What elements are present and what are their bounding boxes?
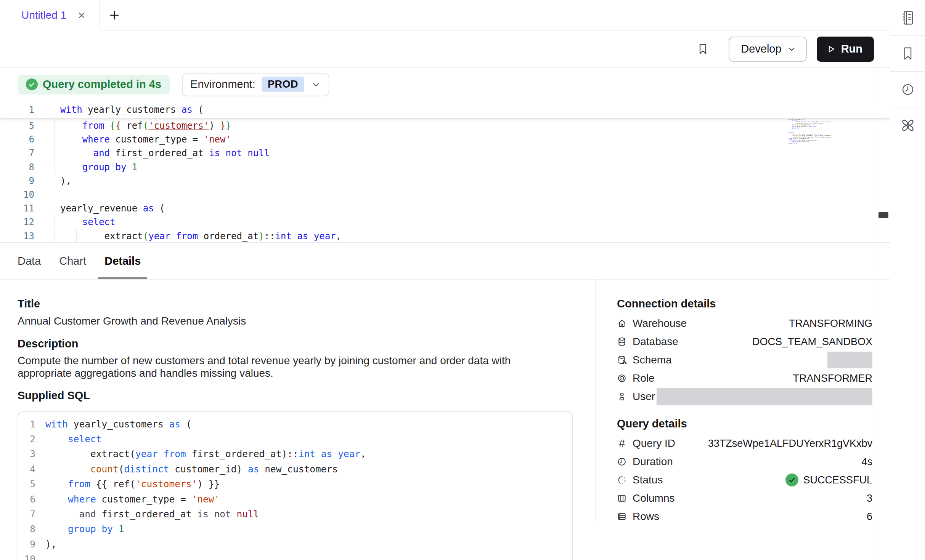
code-text: where customer_type = 'new' — [35, 494, 220, 505]
sidebar-item-history[interactable] — [890, 72, 925, 107]
sidebar-item-bookmark[interactable] — [890, 36, 925, 72]
line-number: 12 — [0, 217, 34, 227]
description-heading: Description — [18, 337, 595, 350]
notebook-icon — [899, 9, 917, 27]
code-text: yearly_revenue as ( — [34, 203, 165, 214]
code-text: extract(year from ordered_at)::int as ye… — [34, 231, 341, 242]
title-text: Annual Customer Growth and Revenue Analy… — [18, 315, 595, 328]
editor-line[interactable]: 11yearly_revenue as ( — [0, 202, 890, 215]
query-status-text: Query completed in 4s — [43, 78, 161, 91]
detail-row-status: StatusSUCCESSFUL — [617, 471, 872, 489]
tab-untitled-1[interactable]: Untitled 1 — [0, 0, 100, 30]
bookmark-icon — [899, 45, 917, 62]
query-details-heading: Query details — [617, 417, 872, 430]
play-icon — [826, 44, 836, 54]
warehouse-icon — [617, 318, 627, 328]
run-button[interactable]: Run — [817, 37, 874, 62]
columns-icon — [617, 493, 627, 503]
row-label: Role — [633, 372, 655, 384]
line-number: 3 — [18, 448, 35, 459]
code-text: from {{ ref('customers') }} — [35, 478, 220, 490]
line-number: 9 — [18, 539, 35, 550]
code-text: group by 1 — [34, 162, 137, 173]
line-number: 10 — [0, 189, 34, 200]
line-number: 11 — [0, 203, 34, 214]
code-text: where customer_type = 'new' — [34, 134, 231, 145]
editor-line[interactable]: 7 and first_ordered_at is not null — [0, 146, 890, 160]
query-rows: #Query ID33TZseWpe1ALFDUYerxR1gVKxbvDura… — [617, 434, 872, 526]
editor-line[interactable]: 12 select — [0, 215, 890, 229]
sql-line: 4 count(distinct customer_id) as new_cus… — [18, 462, 572, 477]
environment-selector[interactable]: Environment: PROD — [182, 73, 329, 96]
bookmark-button[interactable] — [697, 43, 709, 55]
line-number: 8 — [0, 162, 34, 173]
history-icon — [899, 81, 917, 98]
row-label: Status — [633, 474, 663, 486]
row-value: TRANSFORMER — [793, 373, 873, 384]
status-row: Query completed in 4s Environment: PROD — [0, 68, 890, 101]
line-number: 1 — [18, 419, 35, 430]
close-tab-icon[interactable] — [77, 11, 86, 20]
row-value: 4s — [861, 456, 872, 468]
chevron-down-icon — [787, 45, 796, 54]
new-tab-button[interactable] — [100, 0, 129, 30]
editor-line[interactable]: 8 group by 1 — [0, 160, 890, 174]
code-text: select — [34, 217, 116, 227]
detail-row-user: User — [617, 387, 872, 406]
supplied-sql-heading: Supplied SQL — [18, 389, 595, 402]
details-right: Connection details WarehouseTRANSFORMING… — [596, 280, 877, 522]
sql-editor[interactable]: 1with yearly_customers as (5 from {{ ref… — [0, 101, 890, 243]
schema-icon — [617, 355, 627, 365]
toolbar: Develop Run — [0, 30, 890, 68]
results-tab-data[interactable]: Data — [11, 243, 47, 279]
details-panel: Title Annual Customer Growth and Revenue… — [0, 280, 890, 522]
row-label: Columns — [633, 492, 674, 504]
sidebar-item-lineage[interactable] — [890, 107, 925, 143]
detail-row-schema: Schema — [617, 351, 872, 369]
editor-sticky-line[interactable]: 1with yearly_customers as ( — [0, 101, 890, 118]
hash-icon: # — [617, 438, 627, 448]
results-tab-chart[interactable]: Chart — [53, 243, 93, 279]
connection-rows: WarehouseTRANSFORMINGDatabaseDOCS_TEAM_S… — [617, 314, 872, 406]
line-number: 6 — [0, 134, 34, 145]
sql-line: 1with yearly_customers as ( — [18, 417, 572, 432]
sql-line: 7 and first_ordered_at is not null — [18, 507, 572, 522]
editor-line[interactable]: 5 from {{ ref('customers') }} — [0, 119, 890, 133]
row-label: Schema — [633, 354, 672, 366]
row-value: 3 — [867, 493, 872, 504]
results-tab-details[interactable]: Details — [98, 243, 147, 279]
redacted-value — [657, 388, 872, 405]
scrollbar-thumb[interactable] — [878, 212, 888, 218]
develop-dropdown[interactable]: Develop — [729, 37, 806, 62]
detail-row-query-id: #Query ID33TZseWpe1ALFDUYerxR1gVKxbv — [617, 434, 872, 453]
query-status-badge: Query completed in 4s — [18, 75, 170, 94]
line-number: 5 — [0, 120, 34, 131]
check-circle-icon — [785, 474, 798, 486]
line-number: 5 — [18, 478, 35, 490]
scrollbar-track[interactable] — [877, 68, 890, 560]
detail-row-role: RoleTRANSFORMER — [617, 369, 872, 387]
line-number: 7 — [0, 148, 34, 158]
editor-line[interactable]: 6 where customer_type = 'new' — [0, 133, 890, 146]
spinner-icon — [617, 475, 627, 485]
detail-row-rows: Rows6 — [617, 507, 872, 526]
editor-lines: 1with yearly_customers as (5 from {{ ref… — [0, 101, 890, 243]
row-label: Query ID — [633, 437, 675, 450]
sql-line: 9), — [18, 537, 572, 552]
database-icon — [617, 337, 627, 347]
sql-line: 3 extract(year from first_ordered_at)::i… — [18, 446, 572, 461]
editor-line[interactable]: 9), — [0, 174, 890, 188]
row-label: Duration — [633, 456, 673, 468]
code-text: ), — [35, 539, 57, 550]
editor-line[interactable]: 10 — [0, 188, 890, 202]
check-circle-icon — [26, 78, 38, 90]
editor-line[interactable]: 13 extract(year from ordered_at)::int as… — [0, 229, 890, 243]
code-text: and first_ordered_at is not null — [34, 148, 270, 158]
lineage-icon — [899, 117, 917, 134]
develop-label: Develop — [741, 43, 781, 55]
sidebar-item-notebook[interactable] — [890, 0, 925, 36]
code-text: with yearly_customers as ( — [35, 419, 192, 430]
sql-line: 6 where customer_type = 'new' — [18, 491, 572, 506]
bookmark-icon — [697, 43, 709, 55]
line-number: 10 — [18, 554, 35, 560]
